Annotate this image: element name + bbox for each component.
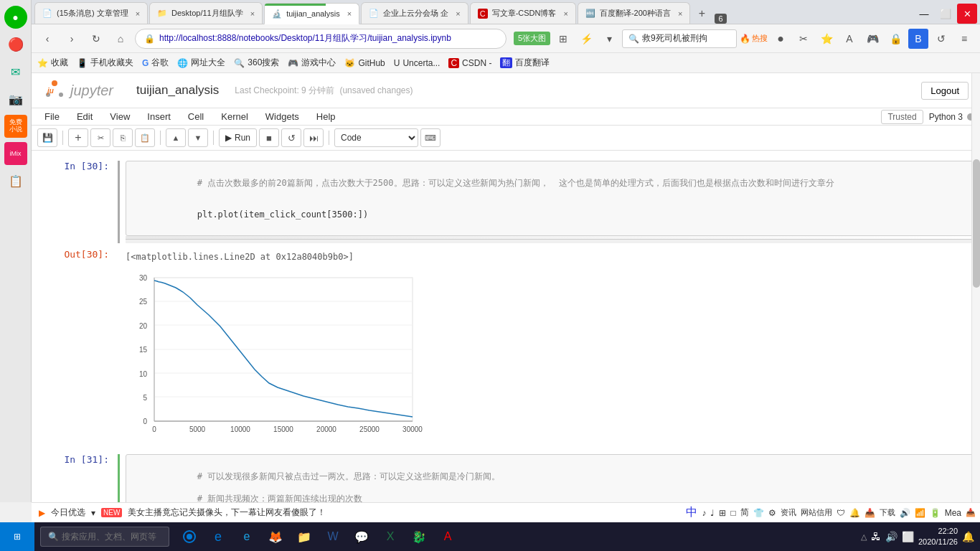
content-scrollbar[interactable] xyxy=(971,73,980,502)
tab-close-3[interactable]: × xyxy=(347,9,352,18)
tab-close-2[interactable]: × xyxy=(250,9,255,18)
tab-close-4[interactable]: × xyxy=(456,9,460,18)
tray-notifications[interactable]: 🔔 xyxy=(962,531,974,542)
tray-up-arrow[interactable]: △ xyxy=(861,532,867,542)
tab-close-6[interactable]: × xyxy=(678,9,682,18)
download-label-bottom[interactable]: 下载 xyxy=(880,507,895,518)
notebook-title[interactable]: tuijian_analysis xyxy=(136,83,219,98)
scrollbar-thumb[interactable] xyxy=(973,159,980,288)
nav-icon-1[interactable]: ● xyxy=(771,29,791,49)
taskbar-firefox[interactable]: 🦊 xyxy=(263,524,288,550)
bookmark-mobile[interactable]: 📱 手机收藏夹 xyxy=(77,57,133,69)
maximize-btn[interactable]: ⬜ xyxy=(936,4,956,24)
extension-star[interactable]: ⭐ xyxy=(816,29,837,49)
taskbar-folder[interactable]: 📁 xyxy=(291,524,317,550)
move-up-button[interactable]: ▲ xyxy=(166,128,186,147)
dropdown-icon[interactable]: ▾ xyxy=(599,29,619,49)
menu-file[interactable]: File xyxy=(37,108,67,125)
sidebar-icon-imix[interactable]: iMix xyxy=(4,142,27,165)
url-bar[interactable]: 🔒 http://localhost:8888/notebooks/Deskto… xyxy=(135,29,507,49)
close-btn[interactable]: ✕ xyxy=(957,4,977,24)
move-down-button[interactable]: ▼ xyxy=(188,128,208,147)
sidebar-icon-0[interactable]: ● xyxy=(4,6,27,29)
bottom-dropdown-icon[interactable]: ▾ xyxy=(91,508,95,518)
cell-in31-code[interactable]: # 可以发现很多新闻只被点击过一两次。思路：可以定义这些新闻是冷门新闻。 # 新… xyxy=(126,454,980,502)
extension-game[interactable]: 🎮 xyxy=(862,29,882,49)
tshirt-icon-bottom[interactable]: 👕 xyxy=(753,508,764,518)
bookmark-favorites[interactable]: ⭐ 收藏 xyxy=(37,57,68,69)
sidebar-icon-camera[interactable]: 📷 xyxy=(4,88,27,110)
extensions-icon[interactable]: ⚡ xyxy=(576,29,596,49)
taskbar-excel[interactable]: X xyxy=(377,524,403,550)
taskbar-search-input[interactable] xyxy=(62,532,162,542)
document-icon-bottom[interactable]: □ xyxy=(730,508,735,518)
sidebar-icon-novel[interactable]: 免费小说 xyxy=(4,115,27,138)
bookmark-csdn[interactable]: C CSDN - xyxy=(448,58,491,68)
add-cell-button[interactable]: + xyxy=(68,128,88,147)
tab-enterprise[interactable]: 📄 企业上云分会场 企 × xyxy=(361,2,468,24)
bookmark-uncerta[interactable]: U Uncerta... xyxy=(394,58,440,68)
baidu-icon-bottom[interactable]: 中 xyxy=(686,505,697,520)
menu-edit[interactable]: Edit xyxy=(70,108,100,125)
tab-tuijian[interactable]: 🔬 tuijian_analysis × xyxy=(264,3,359,24)
icon-extra-1[interactable]: 📥 xyxy=(966,508,976,517)
cell-type-select[interactable]: Code Markdown Raw NBConvert Heading xyxy=(334,128,418,147)
home-button[interactable]: ⌂ xyxy=(110,29,131,49)
extension-a[interactable]: A xyxy=(839,29,859,49)
settings-icon-bottom[interactable]: ⚙ xyxy=(768,508,776,518)
inbox-icon-bottom[interactable]: 📥 xyxy=(864,508,875,518)
taskbar-wechat[interactable]: 💬 xyxy=(349,524,374,550)
hot-icon[interactable]: 🔥热搜 xyxy=(740,33,768,44)
refresh-button[interactable]: ↻ xyxy=(86,29,106,49)
logout-button[interactable]: Logout xyxy=(921,82,969,100)
chinese-icon-bottom[interactable]: 简 xyxy=(740,507,749,519)
search-bar[interactable]: 🔍 救9死司机被刑拘 xyxy=(622,29,737,48)
bookmark-games[interactable]: 🎮 游戏中心 xyxy=(288,57,336,69)
extension-360[interactable]: 🔒 xyxy=(885,29,905,49)
restart-button[interactable]: ↺ xyxy=(281,128,301,147)
cell-in31-content[interactable]: # 可以发现很多新闻只被点击过一两次。思路：可以定义这些新闻是冷门新闻。 # 新… xyxy=(118,454,980,502)
run-button[interactable]: ▶ Run xyxy=(219,128,257,147)
wifi-icon-bottom[interactable]: 📶 xyxy=(915,508,925,518)
menu-widgets[interactable]: Widgets xyxy=(258,108,306,125)
cell-in30-content[interactable]: # 点击次数最多的前20篇新闻，点击次数大于2500。思路：可以定义这些新闻为热… xyxy=(118,161,980,243)
forward-button[interactable]: › xyxy=(62,29,82,49)
menu-kernel[interactable]: Kernel xyxy=(214,108,255,125)
bookmark-360[interactable]: 🔍 360搜索 xyxy=(234,57,279,69)
taskbar-edge[interactable]: e xyxy=(205,524,231,550)
taskbar-dragon[interactable]: 🐉 xyxy=(406,524,432,550)
tab-desktop[interactable]: 📁 Desktop/11月组队学 × xyxy=(149,2,263,24)
stop-button[interactable]: ■ xyxy=(259,128,279,147)
back-button[interactable]: ‹ xyxy=(37,29,57,49)
menu-insert[interactable]: Insert xyxy=(140,108,178,125)
extension-b[interactable]: B xyxy=(908,29,928,49)
taskbar-cortana[interactable] xyxy=(176,524,202,550)
tray-volume[interactable]: 🔊 xyxy=(885,531,897,542)
tab-article-manage[interactable]: 📄 (15条消息) 文章管理 × xyxy=(34,2,148,24)
menu-view[interactable]: View xyxy=(103,108,137,125)
zixun-label-bottom[interactable]: 资讯 xyxy=(781,507,796,518)
trusted-badge[interactable]: Trusted xyxy=(881,110,923,124)
cell-in30-code[interactable]: # 点击次数最多的前20篇新闻，点击次数大于2500。思路：可以定义这些新闻为热… xyxy=(126,161,980,236)
scissors-icon[interactable]: ✂ xyxy=(793,29,814,49)
volume-icon-bottom[interactable]: 🔊 xyxy=(900,508,910,518)
menu-cell[interactable]: Cell xyxy=(181,108,211,125)
bookmark-github[interactable]: 🐱 GitHub xyxy=(344,58,385,68)
taskbar-acrobat[interactable]: A xyxy=(435,524,461,550)
grid-icon-bottom[interactable]: ⊞ xyxy=(719,508,726,518)
menu-help[interactable]: Help xyxy=(309,108,343,125)
tray-network[interactable]: 🖧 xyxy=(871,531,881,542)
start-button[interactable]: ⊞ xyxy=(0,522,34,551)
save-button[interactable]: 💾 xyxy=(37,128,57,147)
copy-cell-button[interactable]: ⎘ xyxy=(113,128,133,147)
taskbar-clock[interactable]: 22:20 2020/11/26 xyxy=(918,526,958,548)
taskbar-word[interactable]: W xyxy=(320,524,346,550)
run-5-badge[interactable]: 5张大图 xyxy=(514,32,550,45)
bell-icon-bottom[interactable]: 🔔 xyxy=(849,508,860,518)
grid-icon[interactable]: ⊞ xyxy=(553,29,573,49)
tab-baidu[interactable]: 🔤 百度翻译-200种语言 × xyxy=(578,2,690,24)
tab-close-5[interactable]: × xyxy=(564,9,568,18)
bookmark-urls[interactable]: 🌐 网址大全 xyxy=(177,57,225,69)
taskbar-ie[interactable]: e xyxy=(234,524,260,550)
cut-cell-button[interactable]: ✂ xyxy=(90,128,110,147)
